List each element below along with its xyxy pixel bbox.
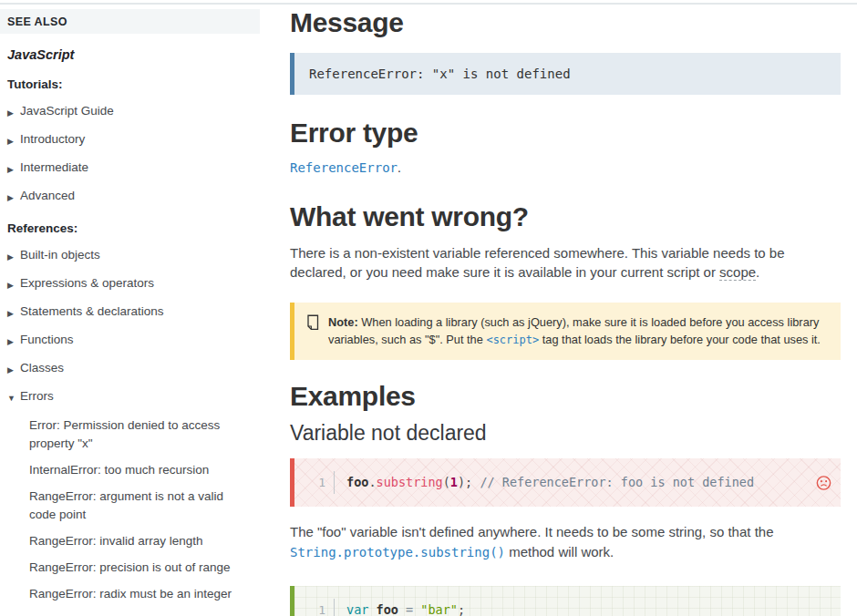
bad-example-code-block: 1 foo.substring(1); // ReferenceError: f…	[290, 458, 841, 507]
chevron-right-icon: ▶	[7, 247, 20, 265]
sidebar-item-label: JavaScript Guide	[20, 103, 114, 119]
what-went-wrong-text: There is a non-existent variable referen…	[290, 243, 841, 282]
sidebar-item-label: Built-in objects	[20, 247, 100, 263]
sidebar-item-expressions-operators[interactable]: ▶ Expressions & operators	[7, 275, 260, 293]
sidebar-group-tutorials: Tutorials:	[7, 77, 260, 91]
sidebar-item-label: Expressions & operators	[20, 275, 154, 292]
sidebar: SEE ALSO JavaScript Tutorials: ▶ JavaScr…	[0, 9, 260, 616]
sidebar-item-javascript-guide[interactable]: ▶ JavaScript Guide	[7, 103, 260, 121]
sidebar-error-link[interactable]: RangeError: repeat count must be less th…	[29, 611, 251, 616]
sidebar-title-javascript[interactable]: JavaScript	[7, 47, 260, 62]
error-type-period: .	[398, 160, 401, 175]
article-content: Message ReferenceError: "x" is not defin…	[290, 0, 841, 616]
error-type-text: ReferenceError.	[290, 160, 841, 175]
sidebar-item-classes[interactable]: ▶ Classes	[7, 360, 260, 378]
error-type-heading: Error type	[290, 118, 841, 149]
sidebar-item-introductory[interactable]: ▶ Introductory	[7, 131, 260, 149]
sidebar-item-statements-declarations[interactable]: ▶ Statements & declarations	[7, 303, 260, 322]
sidebar-item-errors[interactable]: ▼ Errors	[7, 388, 260, 406]
sidebar-error-link[interactable]: InternalError: too much recursion	[29, 461, 251, 479]
good-example-code-block: 1 var foo = "bar"; 2 foo.substring(1); /…	[290, 586, 841, 616]
sidebar-item-label: Statements & declarations	[20, 303, 164, 320]
variable-not-declared-heading: Variable not declared	[290, 421, 841, 446]
sidebar-item-label: Classes	[20, 360, 64, 376]
code-text: foo.substring(1); // ReferenceError: foo…	[335, 471, 754, 494]
example-explanation: The "foo" variable isn't defined anywher…	[290, 522, 841, 562]
sidebar-item-advanced[interactable]: ▶ Advanced	[7, 188, 260, 206]
message-code-block: ReferenceError: "x" is not defined	[290, 53, 841, 95]
sidebar-item-label: Introductory	[20, 131, 85, 148]
code-line: 1 var foo = "bar";	[294, 599, 804, 616]
note-box: Note: When loading a library (such as jQ…	[290, 303, 841, 360]
chevron-right-icon: ▶	[7, 303, 20, 322]
sidebar-error-link[interactable]: RangeError: radix must be an integer	[29, 585, 251, 603]
scope-definition-term[interactable]: scope	[719, 264, 756, 281]
sidebar-item-built-in-objects[interactable]: ▶ Built-in objects	[7, 247, 260, 265]
chevron-right-icon: ▶	[7, 332, 20, 350]
chevron-right-icon: ▶	[7, 188, 20, 206]
paragraph-text: .	[756, 264, 759, 280]
sidebar-item-label: Functions	[20, 332, 74, 348]
sidebar-error-link[interactable]: RangeError: precision is out of range	[29, 559, 251, 577]
note-document-icon	[305, 313, 320, 349]
message-code: ReferenceError: "x" is not defined	[309, 67, 571, 81]
paragraph-text: The "foo" variable isn't defined anywher…	[290, 524, 774, 539]
chevron-right-icon: ▶	[7, 159, 20, 178]
frown-face-icon	[816, 475, 831, 490]
line-number: 1	[294, 471, 335, 494]
sidebar-group-references: References:	[7, 221, 260, 235]
chevron-down-icon: ▼	[7, 388, 20, 406]
sidebar-item-label: Advanced	[20, 188, 75, 204]
note-text: Note: When loading a library (such as jQ…	[328, 313, 828, 349]
code-text: var foo = "bar";	[335, 599, 465, 616]
sidebar-item-label: Errors	[20, 388, 54, 405]
sidebar-error-link[interactable]: Error: Permission denied to access prope…	[29, 416, 251, 453]
what-went-wrong-heading: What went wrong?	[290, 201, 841, 232]
examples-heading: Examples	[290, 381, 841, 412]
reference-error-link[interactable]: ReferenceError	[290, 160, 398, 175]
substring-method-link[interactable]: String.prototype.substring()	[290, 545, 505, 560]
paragraph-text: method will work.	[505, 544, 614, 560]
sidebar-item-label: Intermediate	[20, 159, 88, 176]
chevron-right-icon: ▶	[7, 131, 20, 149]
message-heading: Message	[290, 7, 841, 38]
code-line: 1 foo.substring(1); // ReferenceError: f…	[294, 471, 804, 494]
chevron-right-icon: ▶	[7, 275, 20, 293]
script-tag-link[interactable]: <script>	[486, 334, 539, 346]
note-label: Note:	[328, 315, 358, 329]
sidebar-error-link[interactable]: RangeError: argument is not a valid code…	[29, 488, 251, 524]
sidebar-error-link[interactable]: RangeError: invalid array length	[29, 532, 251, 550]
sidebar-item-intermediate[interactable]: ▶ Intermediate	[7, 159, 260, 178]
chevron-right-icon: ▶	[7, 103, 20, 121]
paragraph-text: There is a non-existent variable referen…	[290, 245, 785, 280]
chevron-right-icon: ▶	[7, 360, 20, 378]
note-body-text: tag that loads the library before your c…	[539, 333, 821, 346]
line-number: 1	[294, 599, 335, 616]
see-also-header: SEE ALSO	[0, 9, 260, 34]
sidebar-item-functions[interactable]: ▶ Functions	[7, 332, 260, 350]
